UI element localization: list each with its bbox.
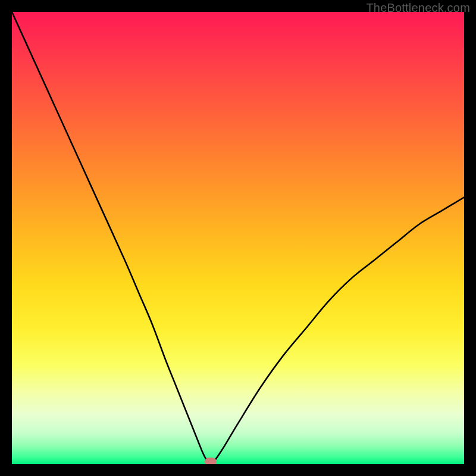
minimum-marker: [205, 458, 217, 464]
plot-area: [12, 12, 464, 464]
bottleneck-curve: [12, 12, 464, 464]
watermark-text: TheBottleneck.com: [366, 1, 470, 15]
chart-stage: TheBottleneck.com: [0, 0, 476, 476]
